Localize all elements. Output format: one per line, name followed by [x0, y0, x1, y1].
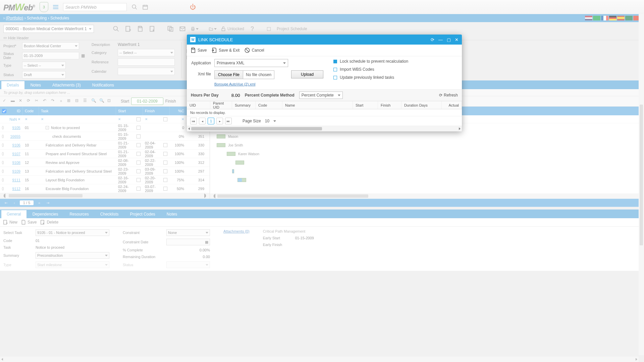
bstatus-field[interactable] — [166, 261, 210, 268]
application-select[interactable]: Primavera XML — [214, 59, 288, 67]
check-icon[interactable]: ✓ — [3, 98, 9, 104]
btab-projectcodes[interactable]: Project Codes — [124, 210, 160, 218]
window-vscroll[interactable] — [639, 14, 644, 355]
mpager-first[interactable]: ⏮ — [190, 118, 197, 124]
col-finish[interactable]: Finish — [143, 107, 170, 115]
crumb-schedules[interactable]: Schedules — [50, 16, 69, 20]
delete-button[interactable]: Delete — [40, 220, 58, 225]
mpager-last[interactable]: ⏭ — [225, 118, 232, 124]
add-row-icon[interactable]: ＋ — [59, 98, 65, 104]
mcol-actual[interactable]: Actual — [442, 101, 462, 109]
new-button[interactable]: New — [3, 220, 17, 225]
tab-notifications[interactable]: Notifications — [87, 81, 119, 89]
crumb-portfolio[interactable]: (Portfolio) — [6, 16, 23, 20]
maximize-icon[interactable]: ▢ — [447, 37, 451, 42]
help-icon[interactable]: ? — [248, 25, 256, 33]
dialog-save-button[interactable]: Save — [190, 47, 207, 53]
search-icon[interactable] — [131, 4, 138, 10]
refresh-button[interactable]: ⟳ Refresh — [439, 93, 458, 98]
print-icon[interactable] — [191, 25, 199, 33]
pcm-select[interactable]: Percent Complete — [299, 92, 343, 99]
refresh-dialog-icon[interactable]: ⟳ — [431, 37, 434, 42]
mcol-uid[interactable]: UID — [187, 101, 210, 109]
table-row[interactable]: 910501-Notice to proceed01-15-20090 — [0, 123, 210, 132]
btype-field[interactable]: Start milestone — [36, 261, 109, 268]
table-row[interactable]: 910610Fabrication and Delivery Rebar01-2… — [0, 141, 210, 149]
statusdate-field[interactable]: 01-15-2009 — [22, 52, 79, 59]
grid-hscroll[interactable] — [0, 193, 210, 198]
search-input[interactable] — [63, 3, 127, 11]
table-row[interactable]: 910711Prepare and Forward Structural Ste… — [0, 149, 210, 158]
dialog-saveexit-button[interactable]: Save & Exit — [211, 47, 239, 53]
shield-badge[interactable]: 3 — [40, 2, 48, 12]
mcol-duration[interactable]: Duration Days — [401, 101, 442, 109]
window-hscroll[interactable] — [0, 357, 639, 362]
importwbs-checkbox[interactable]: Import WBS Codes — [333, 67, 408, 72]
cal-field[interactable] — [118, 68, 175, 75]
table-row[interactable]: 910812Review and Approve02-08-200902-22-… — [0, 158, 210, 167]
type-field[interactable]: -- Select -- — [22, 62, 66, 69]
table-row[interactable]: 911115Layout Bldg Foundation02-16-200902… — [0, 176, 210, 184]
col-code[interactable]: Code — [23, 107, 39, 115]
list-icon[interactable]: ☰ — [83, 98, 89, 104]
search-tb-icon[interactable] — [112, 25, 120, 33]
zoomin-icon[interactable]: 🔍 — [99, 98, 105, 104]
gantt-hscroll[interactable] — [210, 193, 644, 199]
fit-icon[interactable]: ⊡ — [107, 98, 113, 104]
mcol-start[interactable]: Start — [353, 101, 378, 109]
menu-icon[interactable] — [53, 5, 58, 9]
new-icon[interactable] — [124, 25, 132, 33]
zoomout-icon[interactable]: 🔍 — [91, 98, 97, 104]
btab-dependencies[interactable]: Dependencies — [27, 210, 64, 218]
dialog-hscroll[interactable] — [187, 126, 462, 131]
power-icon[interactable]: ⏻ — [190, 4, 196, 11]
crumb-scheduling[interactable]: Scheduling — [27, 16, 47, 20]
delete-icon[interactable] — [148, 25, 156, 33]
mcol-summary[interactable]: Summary — [232, 101, 256, 109]
collapse-icon[interactable]: ⊟ — [75, 98, 81, 104]
hpd-input[interactable] — [223, 93, 240, 98]
mcol-code[interactable]: Code — [256, 101, 282, 109]
selecttask-field[interactable]: 9105 - 01 - Notice to proceed — [36, 229, 109, 236]
pager-last[interactable]: ⇥ — [45, 201, 51, 205]
col-task[interactable]: Task — [39, 107, 116, 115]
save-grid-icon[interactable]: ▬ — [11, 98, 17, 104]
xmlfile-link[interactable]: Borouge AutoVue (2).xml — [214, 82, 256, 86]
mcol-parentuid[interactable]: Parent UID — [210, 101, 232, 109]
btab-notes[interactable]: Notes — [161, 210, 182, 218]
pager-next[interactable]: » — [37, 201, 42, 205]
col-id[interactable]: ID — [6, 107, 23, 115]
col-pc[interactable]: %C — [170, 107, 186, 115]
tab-attachments[interactable]: Attachments (3) — [47, 81, 86, 89]
updatetasks-checkbox[interactable]: Update previously linked tasks — [333, 75, 408, 80]
mail-icon[interactable] — [178, 25, 186, 33]
mpager-page[interactable]: 1 — [208, 118, 214, 124]
attachments-link[interactable]: Attachments (0) — [223, 229, 250, 233]
copy-icon[interactable] — [166, 25, 174, 33]
upload-button[interactable]: Upload — [291, 70, 323, 78]
calendar-picker-icon[interactable]: ▦ — [81, 53, 85, 58]
tab-notes[interactable]: Notes — [25, 81, 46, 89]
expand-icon[interactable]: ⊞ — [67, 98, 73, 104]
table-row[interactable]: 16655check documents01-15-20090%351 — [0, 132, 210, 141]
status-field[interactable]: Draft — [22, 71, 66, 78]
lock-toggle[interactable]: Unlocked — [221, 26, 244, 32]
col-start[interactable]: Start — [116, 107, 143, 115]
lock-checkbox[interactable]: Lock schedule to prevent recalculation — [333, 59, 408, 64]
mcol-finish[interactable]: Finish — [378, 101, 401, 109]
minimize-icon[interactable]: — — [438, 37, 443, 42]
undo-icon[interactable]: ↶ — [43, 98, 49, 104]
constraint-field[interactable]: None — [166, 229, 210, 236]
dialog-titlebar[interactable]: W LINK SCHEDULE ⟳ — ▢ ✕ — [187, 35, 462, 45]
calendar-icon[interactable] — [142, 4, 148, 10]
table-row[interactable]: 911216Excavate Bldg Foundation02-24-2009… — [0, 184, 210, 193]
ref-field[interactable] — [118, 58, 175, 66]
bsum-field[interactable]: Preconstruction — [36, 252, 109, 259]
mpager-next[interactable]: ▸ — [216, 118, 223, 124]
filter-row[interactable]: NaN ✕ ✕✕ ✕✕ ✕ — [0, 115, 210, 123]
mpager-prev[interactable]: ◂ — [199, 118, 206, 124]
condate-field[interactable]: ▦ — [166, 239, 210, 245]
tab-details[interactable]: Details — [1, 81, 24, 89]
save-button[interactable]: Save — [21, 220, 37, 225]
btab-general[interactable]: General — [1, 210, 26, 218]
